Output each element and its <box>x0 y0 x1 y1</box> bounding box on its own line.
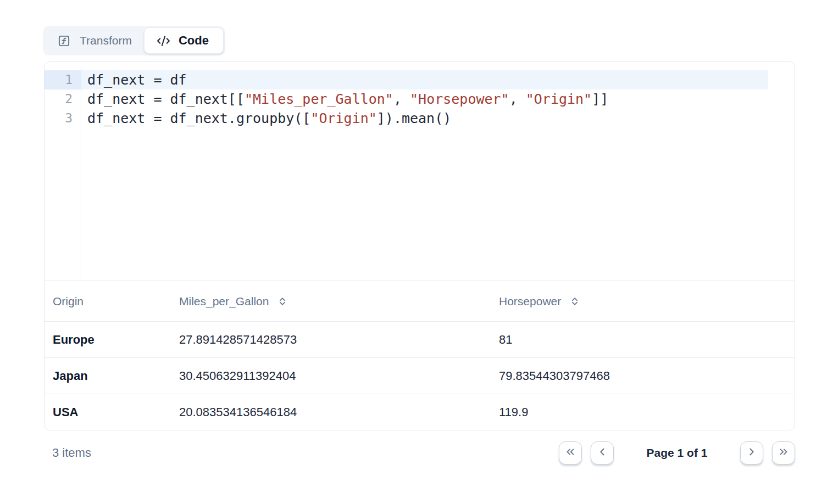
results-table: Origin Miles_per_Gallon Horsepower Europ… <box>45 281 795 430</box>
code-line-content[interactable]: df_next = df_next.groupby(["Origin"]).me… <box>81 109 795 128</box>
column-header-horsepower[interactable]: Horsepower <box>499 295 795 308</box>
cell-horsepower: 81 <box>499 333 795 347</box>
line-number: 1 <box>45 70 81 89</box>
page-indicator: Page 1 of 1 <box>614 446 740 460</box>
cell-miles-per-gallon: 30.450632911392404 <box>179 369 499 383</box>
cell-horsepower: 119.9 <box>499 405 795 419</box>
cell-origin: Japan <box>45 369 179 383</box>
code-line-3[interactable]: 3 df_next = df_next.groupby(["Origin"]).… <box>45 109 795 128</box>
code-line-content[interactable]: df_next = df <box>81 70 795 89</box>
table-header-row: Origin Miles_per_Gallon Horsepower <box>45 281 795 321</box>
line-number: 2 <box>45 89 81 109</box>
code-and-results-card: 1 df_next = df 2 df_next = df_next[["Mil… <box>44 61 795 430</box>
cell-horsepower: 79.83544303797468 <box>499 369 795 383</box>
cell-miles-per-gallon: 27.891428571428573 <box>179 333 499 347</box>
chevrons-right-icon <box>778 446 790 460</box>
chevron-right-icon <box>746 446 758 460</box>
sort-icon[interactable] <box>277 295 288 307</box>
code-editor[interactable]: 1 df_next = df 2 df_next = df_next[["Mil… <box>45 62 795 281</box>
items-count: 3 items <box>44 446 91 460</box>
transform-panel: Transform Code 1 df_next = df 2 df_next … <box>0 0 833 504</box>
chevron-left-icon <box>596 446 608 460</box>
cell-miles-per-gallon: 20.083534136546184 <box>179 405 499 419</box>
first-page-button[interactable] <box>559 441 582 464</box>
tab-code-label: Code <box>179 33 209 48</box>
line-number: 3 <box>45 109 81 128</box>
chevrons-left-icon <box>564 446 576 460</box>
column-header-miles-per-gallon[interactable]: Miles_per_Gallon <box>179 295 499 308</box>
code-line-1[interactable]: 1 df_next = df <box>45 70 795 89</box>
tab-transform[interactable]: Transform <box>45 27 144 54</box>
code-line-2[interactable]: 2 df_next = df_next[["Miles_per_Gallon",… <box>45 89 795 109</box>
sort-icon[interactable] <box>569 295 580 307</box>
code-line-content[interactable]: df_next = df_next[["Miles_per_Gallon", "… <box>81 89 795 109</box>
column-header-origin: Origin <box>45 295 179 308</box>
pagination: Page 1 of 1 <box>559 441 795 464</box>
table-row: Europe 27.891428571428573 81 <box>45 321 795 357</box>
table-row: USA 20.083534136546184 119.9 <box>45 394 795 430</box>
next-page-button[interactable] <box>740 441 763 464</box>
last-page-button[interactable] <box>772 441 795 464</box>
cell-origin: USA <box>45 405 179 419</box>
table-row: Japan 30.450632911392404 79.835443037974… <box>45 357 795 394</box>
cell-origin: Europe <box>45 333 179 347</box>
previous-page-button[interactable] <box>591 441 614 464</box>
tab-code[interactable]: Code <box>144 27 224 54</box>
code-icon <box>157 34 170 48</box>
view-tabbar: Transform Code <box>43 26 225 55</box>
table-footer: 3 items Page 1 of 1 <box>44 433 795 473</box>
tab-transform-label: Transform <box>80 34 132 47</box>
function-icon <box>58 35 70 47</box>
